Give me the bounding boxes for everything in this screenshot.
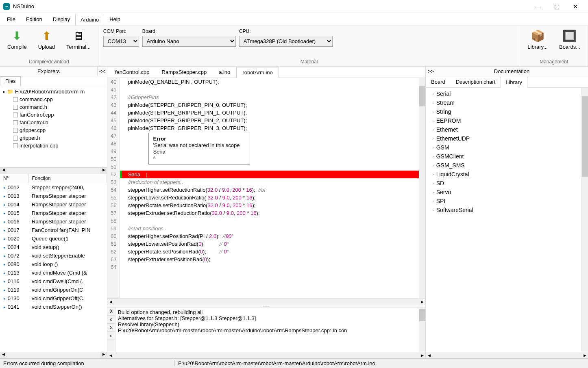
code-line[interactable]: stepperLower.setReductionRatio( 32.0 / 9… [120,194,419,201]
menu-edition[interactable]: Edition [21,13,48,25]
code-line[interactable]: //reduction of steppers.. [120,178,419,186]
menu-file[interactable]: File [2,13,21,25]
library-button[interactable]: 📦Library... [525,28,550,52]
board-select[interactable]: Arduino Nano [142,36,236,47]
console-btn-3[interactable]: S [107,324,115,332]
tree-file[interactable]: command.h [2,103,105,111]
cpu-select[interactable]: ATmega328P (Old Bootloader) [239,36,333,47]
code-line[interactable]: stepperHigher.setReductionRatio(32.0 / 9… [120,186,419,194]
func-scrollbar[interactable] [7,352,100,358]
editor-vscroll[interactable] [419,78,425,298]
library-item[interactable]: String [426,107,581,116]
library-item[interactable]: EEPROM [426,116,581,125]
maximize-button[interactable]: ▢ [547,0,566,13]
com-port-select[interactable]: COM13 [103,36,139,47]
tree-scroll-left[interactable]: ◀ [0,168,7,174]
function-row[interactable]: ●0013RampsStepper stepper [0,192,107,200]
tree-file[interactable]: fanControl.h [2,119,105,126]
menu-display[interactable]: Display [48,13,76,25]
library-item[interactable]: LiquidCrystal [426,170,581,179]
console-close[interactable]: X [107,307,115,316]
tree-scroll-right[interactable]: ▶ [100,168,107,174]
tree-file[interactable]: gripper.cpp [2,126,105,134]
code-line[interactable] [120,217,419,225]
tree-file[interactable]: gripper.h [2,134,105,142]
close-button[interactable]: ✕ [566,0,585,13]
code-line[interactable]: pinMode(STEPPER_GRIPPER_PIN_1, OUTPUT); [120,109,419,117]
library-item[interactable]: SoftwareSerial [426,206,581,214]
code-line[interactable]: Seria | [120,171,419,178]
function-row[interactable]: ●0116void cmdDwell(Cmd (. [0,277,107,286]
files-tab[interactable]: Files [0,76,21,86]
doc-tab-description[interactable]: Description chart [451,76,501,87]
console-hscroll-right[interactable]: ▶ [419,353,425,357]
code-line[interactable] [120,86,419,93]
menu-help[interactable]: Help [104,13,126,25]
function-row[interactable]: ●0113void cmdMove (Cmd (& [0,268,107,277]
library-item[interactable]: EthernetUDP [426,134,581,143]
terminal-button[interactable]: 🖥Terminal... [64,28,93,52]
tab-robotarm[interactable]: robotArm.ino [236,67,279,78]
func-col-no[interactable]: N° [0,174,28,183]
code-line[interactable]: stepperHigher.setPositionRad(PI / 2.0); … [120,232,419,240]
library-item[interactable]: Ethernet [426,125,581,134]
code-line[interactable]: //start positions.. [120,225,419,232]
function-row[interactable]: ●0017FanControl fan(FAN_PIN [0,226,107,234]
code-line[interactable]: stepperRotate.setPositionRad(0); // 0° [120,248,419,255]
tree-scrollbar[interactable] [7,168,100,174]
library-item[interactable]: Stream [426,98,581,107]
library-item[interactable]: GSM [426,143,581,152]
func-col-fn[interactable]: Fonction [28,174,107,183]
code-line[interactable]: stepperExtruder.setReductionRatio(32.0 /… [120,209,419,217]
code-line[interactable]: //GripperPins [120,93,419,101]
upload-button[interactable]: ⬆Upload [36,28,57,52]
lib-vscroll[interactable] [581,88,588,352]
console-output[interactable]: Build options changed, rebuilding allAlt… [115,307,419,352]
function-row[interactable]: ●0119void cmdGripperOn(C. [0,286,107,294]
console-hscroll-left[interactable]: ◀ [107,353,114,357]
function-row[interactable]: ●0072void setStepperEnable [0,251,107,260]
function-row[interactable]: ●0014RampsStepper stepper [0,200,107,209]
function-row[interactable]: ●0130void cmdGripperOff(C. [0,294,107,303]
tab-aino[interactable]: a.ino [213,67,236,78]
lib-hscroll-left[interactable]: ◀ [426,353,432,357]
boards-button[interactable]: 🔲Boards... [557,28,583,52]
library-item[interactable]: GSMClient [426,152,581,161]
console-vscroll[interactable] [419,307,425,352]
compile-button[interactable]: ⬇Compile [5,28,29,52]
code-line[interactable]: pinMode(STEPPER_GRIPPER_PIN_2, OUTPUT); [120,117,419,124]
file-tree[interactable]: 📁 F:\u20\RobotArm\robotArm-m command.cpp… [0,86,107,167]
tab-rampsstepper[interactable]: RampsStepper.cpp [156,67,213,78]
lib-hscroll-right[interactable]: ▶ [581,353,588,357]
function-row[interactable]: ●0012Stepper stepper(2400, [0,183,107,192]
function-row[interactable]: ●0020Queue queue(1 [0,234,107,243]
code-line[interactable]: stepperRotate.setReductionRatio(32.0 / 9… [120,201,419,209]
library-list[interactable]: SerialStreamStringEEPROMEthernetEthernet… [426,88,581,352]
tree-file[interactable]: command.cpp [2,95,105,103]
code-line[interactable]: pinMode(STEPPER_GRIPPER_PIN_0, OUTPUT); [120,101,419,109]
doc-collapse[interactable]: >> [426,67,436,76]
tree-file[interactable]: fanControl.cpp [2,111,105,119]
function-row[interactable]: ●0024void setup() [0,243,107,251]
minimize-button[interactable]: — [529,0,547,13]
code-line[interactable]: pinMode(Q_ENABLE_PIN , OUTPUT); [120,78,419,86]
tree-file[interactable]: interpolation.cpp [2,142,105,149]
console-btn-4[interactable]: o [107,332,115,340]
doc-tab-board[interactable]: Board [426,76,451,87]
code-line[interactable]: pinMode(STEPPER_GRIPPER_PIN_3, OUTPUT); [120,124,419,132]
code-line[interactable] [120,263,419,271]
editor-hscroll-right[interactable]: ▶ [419,300,425,304]
library-item[interactable]: Serial [426,89,581,98]
function-list[interactable]: N°Fonction ●0012Stepper stepper(2400,●00… [0,174,107,352]
editor-hscroll-left[interactable]: ◀ [107,300,114,304]
func-scroll-right[interactable]: ▶ [100,352,107,358]
function-row[interactable]: ●0016RampsStepper stepper [0,217,107,226]
explorers-collapse[interactable]: << [97,67,107,76]
code-line[interactable]: stepperLower.setPositionRad(0); // 0° [120,240,419,248]
func-scroll-left[interactable]: ◀ [0,352,7,358]
code-line[interactable]: stepperExtruder.setPositionRad(0); [120,255,419,263]
function-row[interactable]: ●0015RampsStepper stepper [0,209,107,217]
function-row[interactable]: ●0080void loop () [0,260,107,268]
doc-tab-library[interactable]: Library [501,77,527,88]
tab-fancontrol[interactable]: fanControl.cpp [109,67,156,78]
